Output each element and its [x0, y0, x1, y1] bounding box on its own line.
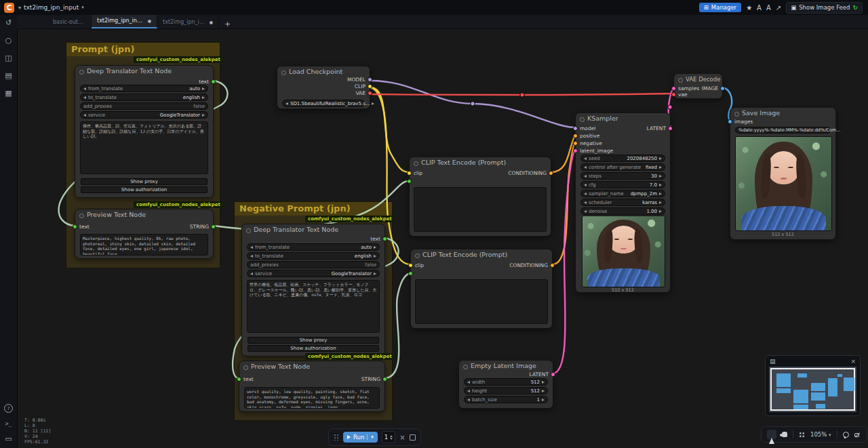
decrement-arrow-icon[interactable]: [250, 272, 253, 275]
new-tab-button[interactable]: +: [219, 20, 236, 28]
share-icon[interactable]: ↗: [776, 4, 781, 12]
toggle-lightbulb-icon[interactable]: [843, 432, 849, 438]
keyboard-icon[interactable]: ▭: [5, 435, 12, 443]
widget-filename-prefix[interactable]: %date:yyyy%-%date:MM%-%date:dd%/Com...: [735, 127, 831, 134]
increment-arrow-icon[interactable]: [542, 399, 545, 401]
widget-denoise[interactable]: denoise 1.00: [580, 207, 665, 215]
slot-dot[interactable]: [728, 119, 732, 124]
widget-sampler-name[interactable]: sampler_name dpmpp_2m: [580, 190, 665, 197]
increment-arrow-icon[interactable]: [542, 390, 545, 392]
slot-dot[interactable]: [382, 237, 387, 241]
collapse-dot-icon[interactable]: [246, 228, 251, 233]
reroute-dot-latent[interactable]: [668, 105, 672, 109]
decrement-arrow-icon[interactable]: [584, 184, 587, 186]
output-vae[interactable]: VAE: [355, 90, 372, 96]
slot-dot[interactable]: [368, 77, 372, 82]
widget-cfg[interactable]: cfg 7.0: [580, 181, 665, 188]
decrement-arrow-icon[interactable]: [584, 201, 587, 204]
decrement-arrow-icon[interactable]: [250, 246, 253, 249]
output-string[interactable]: STRING: [361, 376, 387, 382]
increment-arrow-icon[interactable]: [374, 255, 376, 258]
collapse-dot-icon[interactable]: [580, 117, 585, 122]
slot-dot[interactable]: [408, 263, 413, 268]
manager-button[interactable]: ⊞ Manager: [699, 3, 741, 12]
widget-scheduler[interactable]: scheduler karras: [580, 199, 665, 206]
decrement-arrow-icon[interactable]: [584, 210, 587, 213]
node-save-image[interactable]: Save Image images %date:yyyy%-%date:MM%-…: [730, 107, 836, 240]
increment-arrow-icon[interactable]: [202, 114, 205, 117]
widget-add-proxies[interactable]: add_proxies false: [80, 102, 208, 110]
widget-to-translate[interactable]: to_translate english: [247, 252, 380, 260]
font-size-icon[interactable]: A: [757, 4, 762, 12]
decrement-arrow-icon[interactable]: [467, 399, 470, 401]
collapse-dot-icon[interactable]: [415, 253, 420, 258]
close-icon[interactable]: ×: [850, 358, 856, 365]
input-clip[interactable]: clip: [407, 170, 422, 176]
widget-steps[interactable]: steps 30: [580, 172, 665, 180]
output-text[interactable]: text: [199, 79, 216, 85]
reroute-dot-vae[interactable]: [520, 93, 524, 97]
collapse-dot-icon[interactable]: [243, 365, 248, 370]
history-icon[interactable]: ↺: [5, 19, 12, 26]
decrement-arrow-icon[interactable]: [250, 255, 253, 258]
input-images[interactable]: images: [728, 119, 753, 125]
clip-textarea[interactable]: [414, 187, 547, 232]
minimap-panel[interactable]: ▤ ×: [765, 355, 861, 416]
collapse-dot-icon[interactable]: [79, 70, 84, 75]
layers-icon[interactable]: ▤: [770, 358, 776, 365]
output-latent[interactable]: LATENT: [530, 371, 555, 378]
toggle-links-icon[interactable]: [854, 431, 861, 438]
fit-view-icon[interactable]: [799, 432, 805, 438]
decrement-arrow-icon[interactable]: [83, 114, 86, 117]
widget-from-translate[interactable]: from_translate auto: [80, 85, 208, 92]
input-text[interactable]: text: [237, 376, 254, 382]
slot-dot[interactable]: [573, 126, 578, 131]
decrement-arrow-icon[interactable]: [285, 102, 288, 105]
input-vae[interactable]: vae: [671, 91, 688, 98]
node-empty-latent-image[interactable]: Empty Latent Image LATENT width 512 heig…: [458, 360, 553, 409]
input-clip[interactable]: clip: [408, 262, 424, 268]
increment-arrow-icon[interactable]: [659, 175, 662, 178]
slot-dot[interactable]: [550, 263, 555, 268]
increment-arrow-icon[interactable]: [202, 96, 205, 99]
increment-arrow-icon[interactable]: [659, 210, 662, 213]
clip-textarea[interactable]: [415, 279, 548, 324]
increment-arrow-icon[interactable]: [372, 102, 374, 105]
collapse-dot-icon[interactable]: [414, 161, 418, 166]
node-clip-text-encode-positive[interactable]: CLIP Text Encode (Prompt) clip CONDITION…: [409, 157, 551, 237]
input-text[interactable]: text: [73, 224, 90, 230]
output-conditioning[interactable]: CONDITIONING: [508, 170, 553, 176]
output-string[interactable]: STRING: [190, 224, 216, 230]
decrement-arrow-icon[interactable]: [83, 96, 86, 99]
slot-dot[interactable]: [720, 86, 725, 91]
input-latent-image[interactable]: latent_image: [573, 148, 613, 154]
widget-height[interactable]: height 512: [464, 387, 548, 394]
show-authorization-button[interactable]: Show authorization: [248, 345, 379, 352]
help-icon[interactable]: ?: [4, 404, 13, 413]
slot-dot[interactable]: [368, 84, 372, 89]
widget-width[interactable]: width 512: [464, 378, 548, 386]
increment-arrow-icon[interactable]: [374, 246, 376, 249]
prompt-textarea[interactable]: 傑作、最高品質、顔、生写真、フォトリアル、光沢のある肌、詳細な肌、詳細な顔、詳細…: [80, 121, 208, 174]
collapse-dot-icon[interactable]: [281, 70, 286, 75]
widget-service[interactable]: service GoogleTranslator: [80, 111, 208, 119]
increment-arrow-icon[interactable]: [542, 381, 545, 384]
tab-txt2img-ipn-input[interactable]: txt2img_ipn_input ●: [92, 14, 157, 28]
slot-dot[interactable]: [73, 224, 77, 229]
drag-handle-icon[interactable]: [334, 434, 339, 441]
input-samples[interactable]: samples: [671, 85, 699, 91]
count-stepper[interactable]: [390, 435, 393, 440]
comfyui-logo[interactable]: C: [4, 3, 14, 13]
increment-arrow-icon[interactable]: [659, 184, 662, 186]
slot-dot[interactable]: [573, 141, 578, 146]
chevron-down-icon[interactable]: ▾: [367, 434, 374, 440]
slot-dot[interactable]: [573, 134, 578, 138]
show-proxy-button[interactable]: Show proxy: [248, 337, 379, 344]
workflows-gallery-icon[interactable]: ▦: [5, 89, 12, 97]
font-size-icon-2[interactable]: A: [766, 4, 771, 12]
node-vae-decode[interactable]: VAE Decode samples vae IMAGE: [673, 73, 723, 99]
slot-dot[interactable]: [211, 224, 216, 229]
widget-service[interactable]: service GoogleTranslator: [247, 270, 380, 277]
input-text-converted[interactable]: [408, 271, 413, 276]
decrement-arrow-icon[interactable]: [584, 166, 587, 169]
